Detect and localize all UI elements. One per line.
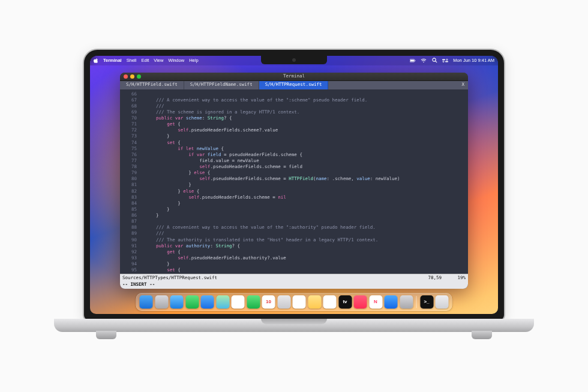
code-line: 79 } else { (124, 170, 464, 176)
code-line: 69 /// The scheme is ignored in a legacy… (124, 109, 464, 115)
code-line: 85 } (124, 207, 464, 213)
svg-rect-7 (445, 61, 448, 62)
menubar-item-edit[interactable]: Edit (141, 58, 149, 63)
code-line: 71 get { (124, 121, 464, 127)
menubar-item-help[interactable]: Help (189, 58, 198, 63)
dock-item-calendar[interactable]: 10 (262, 295, 275, 309)
code-line: 75 if let newValue { (124, 146, 464, 152)
dock-item-settings[interactable] (400, 295, 413, 309)
svg-rect-5 (442, 59, 445, 60)
code-line: 95 set { (124, 267, 464, 273)
editor-tab[interactable]: S/H/HTTPRequest.swift (259, 81, 329, 89)
search-icon[interactable] (431, 58, 437, 63)
code-line: 88 /// A convenient way to access the va… (124, 225, 464, 231)
code-line: 82 } else { (124, 188, 464, 194)
terminal-window: Terminal S/H/HTTPField.swiftS/H/HTTPFiel… (120, 73, 468, 289)
svg-point-3 (433, 58, 436, 61)
dock-item-messages[interactable] (185, 295, 199, 309)
laptop-base (54, 319, 534, 332)
zoom-icon[interactable] (137, 74, 141, 79)
code-line: 90 /// The authority is translated into … (124, 237, 464, 243)
code-line: 84 } (124, 201, 464, 207)
dock-item-mail[interactable] (201, 295, 214, 309)
code-editor[interactable]: 6667 /// A convenient way to access the … (120, 89, 468, 274)
dock-separator (416, 296, 417, 308)
desktop-screen: Terminal ShellEditViewWindowHelp Mon Jun… (90, 56, 498, 314)
dock-item-freeform[interactable] (323, 295, 337, 309)
code-line: 91 public var authority: String? { (124, 243, 464, 249)
dock-item-trash[interactable] (436, 295, 449, 309)
dock-item-appstore[interactable] (385, 295, 398, 309)
window-traffic-lights[interactable] (124, 74, 141, 79)
code-line: 77 field.value = newValue (124, 158, 464, 164)
code-line: 73 } (124, 133, 464, 139)
code-line: 94 } (124, 261, 464, 267)
code-line: 68 /// (124, 103, 464, 109)
battery-icon[interactable] (410, 58, 416, 63)
dock-item-launchpad[interactable] (155, 295, 168, 309)
code-line: 87 (124, 219, 464, 225)
vim-mode-line: -- INSERT -- (120, 282, 468, 288)
dock-item-photos[interactable] (232, 295, 245, 309)
code-line: 66 (124, 91, 464, 97)
code-line: 70 public var scheme: String? { (124, 115, 464, 121)
wifi-icon[interactable] (421, 58, 427, 63)
code-line: 76 if var field = pseudoHeaderFields.sch… (124, 152, 464, 158)
editor-tab[interactable]: S/H/HTTPField.swift (120, 81, 184, 89)
dock-item-facetime[interactable] (247, 295, 260, 309)
dock-item-tv[interactable]: tv (338, 295, 352, 309)
code-line: 78 self.pseudoHeaderFields.scheme = fiel… (124, 164, 464, 170)
vim-statusline: Sources/HTTPTypes/HTTPRequest.swift 78,5… (120, 274, 468, 282)
minimize-icon[interactable] (130, 74, 134, 79)
laptop-feet (54, 332, 534, 343)
svg-rect-2 (415, 60, 415, 61)
menubar-item-view[interactable]: View (154, 58, 163, 63)
code-line: 74 set { (124, 140, 464, 146)
code-line: 86 } (124, 213, 464, 219)
macos-dock: 10tvN>_ (136, 293, 452, 311)
svg-point-6 (446, 59, 448, 60)
dock-item-finder[interactable] (140, 295, 153, 309)
terminal-titlebar[interactable]: Terminal (120, 73, 468, 81)
menubar-clock[interactable]: Mon Jun 10 9:41 AM (453, 58, 494, 63)
dock-item-reminders[interactable] (293, 295, 306, 309)
svg-line-4 (435, 61, 436, 62)
menubar-app-name[interactable]: Terminal (103, 58, 122, 63)
status-file-path: Sources/HTTPTypes/HTTPRequest.swift (122, 275, 217, 281)
display-notch (261, 56, 327, 64)
editor-tabbar: S/H/HTTPField.swiftS/H/HTTPFieldName.swi… (120, 81, 468, 89)
laptop-frame: Terminal ShellEditViewWindowHelp Mon Jun… (84, 50, 504, 343)
dock-item-safari[interactable] (170, 295, 184, 309)
menubar-item-window[interactable]: Window (168, 58, 184, 63)
code-line: 67 /// A convenient way to access the va… (124, 97, 464, 103)
code-line: 72 self.pseudoHeaderFields.scheme?.value (124, 127, 464, 133)
control-center-icon[interactable] (442, 58, 448, 63)
laptop-lid: Terminal ShellEditViewWindowHelp Mon Jun… (84, 50, 504, 320)
svg-point-8 (443, 61, 444, 62)
menubar-item-shell[interactable]: Shell (127, 58, 137, 63)
code-line: 89 /// (124, 231, 464, 237)
code-line: 80 self.pseudoHeaderFields.scheme = HTTP… (124, 176, 464, 182)
code-line: 81 } (124, 182, 464, 188)
dock-item-contacts[interactable] (277, 295, 290, 309)
apple-logo-icon[interactable] (94, 58, 98, 63)
editor-tab[interactable]: S/H/HTTPFieldName.swift (184, 81, 259, 89)
status-percent: 19% (442, 275, 466, 281)
dock-item-music[interactable] (354, 295, 367, 309)
code-line: 83 self.pseudoHeaderFields.scheme = nil (124, 194, 464, 201)
code-line: 92 get { (124, 249, 464, 255)
status-cursor-pos: 78,59 (428, 275, 442, 281)
svg-rect-1 (410, 59, 414, 61)
terminal-title: Terminal (283, 73, 305, 79)
dock-item-terminal-app[interactable]: >_ (420, 295, 433, 309)
dock-item-maps[interactable] (216, 295, 229, 309)
dock-item-news[interactable]: N (369, 295, 382, 309)
tab-close-icon[interactable]: X (461, 82, 464, 88)
close-icon[interactable] (124, 74, 128, 79)
dock-item-notes[interactable] (308, 295, 321, 309)
code-line: 93 self.pseudoHeaderFields.authority?.va… (124, 255, 464, 261)
